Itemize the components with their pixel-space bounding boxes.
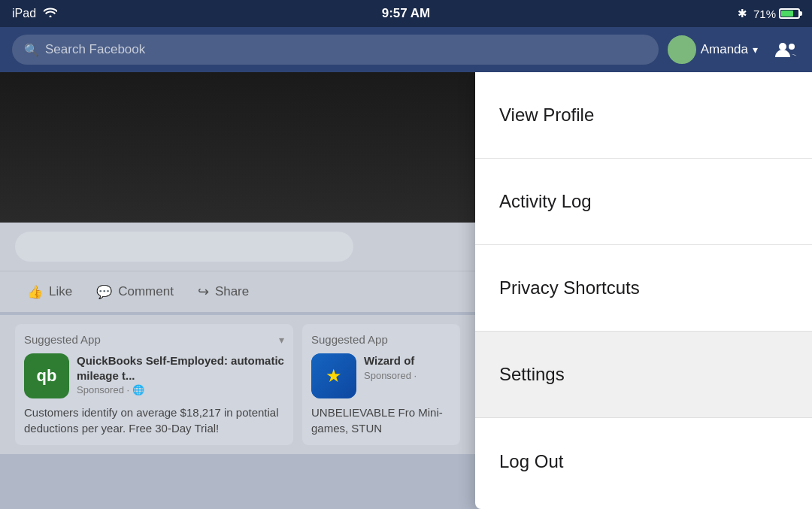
log-out-label: Log Out: [499, 451, 563, 472]
app-description-wizard: UNBELIEVABLE Fro Mini-games, STUN: [311, 404, 451, 436]
wifi-icon: [44, 7, 57, 20]
app-name-wizard: Wizard of: [364, 353, 417, 368]
status-left: iPad: [12, 7, 57, 20]
app-icon-wizard[interactable]: ★: [311, 353, 356, 398]
search-icon: 🔍: [24, 43, 39, 57]
comment-button[interactable]: 💬 Comment: [84, 278, 186, 306]
app-text-qb: QuickBooks Self-Employed: automatic mile…: [77, 353, 284, 395]
menu-item-privacy-shortcuts[interactable]: Privacy Shortcuts: [475, 245, 812, 332]
device-label: iPad: [12, 7, 36, 20]
menu-item-log-out[interactable]: Log Out: [475, 418, 812, 504]
activity-log-label: Activity Log: [499, 191, 592, 212]
status-bar: iPad 9:57 AM ✱ 71%: [0, 0, 812, 27]
search-placeholder-text: Search Facebook: [45, 42, 145, 57]
menu-item-settings[interactable]: Settings: [475, 332, 812, 418]
share-label: Share: [215, 284, 249, 299]
action-bar: 👍 Like 💬 Comment ↪ Share: [0, 271, 475, 312]
dropdown-menu: View Profile Activity Log Privacy Shortc…: [475, 72, 812, 509]
app-info-row-qb: qb QuickBooks Self-Employed: automatic m…: [24, 353, 284, 398]
suggested-label-row-wizard: Suggested App: [311, 333, 451, 346]
wizard-logo: ★: [311, 353, 356, 398]
suggested-label-qb: Suggested App: [24, 333, 101, 346]
settings-label: Settings: [499, 364, 565, 385]
suggested-chevron-qb: ▾: [279, 334, 284, 346]
status-right: ✱ 71%: [738, 7, 800, 20]
battery-bar: [779, 8, 800, 19]
share-icon: ↪: [198, 283, 209, 300]
suggested-card-wizard: Suggested App ★ Wizard of Sponsored · UN…: [302, 324, 460, 445]
menu-item-view-profile[interactable]: View Profile: [475, 72, 812, 159]
search-box[interactable]: 🔍 Search Facebook: [12, 35, 659, 65]
user-menu-button[interactable]: Amanda ▾: [668, 35, 758, 64]
bluetooth-icon: ✱: [738, 7, 747, 20]
chevron-down-icon: ▾: [753, 44, 758, 56]
app-text-wizard: Wizard of Sponsored ·: [364, 353, 417, 381]
privacy-shortcuts-label: Privacy Shortcuts: [499, 277, 640, 298]
post-image: [0, 72, 475, 223]
comment-icon: 💬: [96, 284, 112, 300]
suggested-card-qb: Suggested App ▾ qb QuickBooks Self-Emplo…: [15, 324, 293, 445]
comment-input-box[interactable]: [15, 232, 353, 262]
like-label: Like: [49, 284, 72, 299]
battery-fill: [781, 11, 793, 17]
comment-input-area: [0, 223, 475, 271]
user-name: Amanda: [701, 42, 748, 57]
like-button[interactable]: 👍 Like: [15, 278, 84, 306]
status-time: 9:57 AM: [382, 6, 431, 21]
app-info-row-wizard: ★ Wizard of Sponsored ·: [311, 353, 451, 398]
feed-area: 👍 Like 💬 Comment ↪ Share Suggested App ▾: [0, 72, 475, 509]
app-description-qb: Customers identify on average $18,217 in…: [24, 404, 284, 436]
main-content: 👍 Like 💬 Comment ↪ Share Suggested App ▾: [0, 72, 812, 509]
app-name-qb: QuickBooks Self-Employed: automatic mile…: [77, 353, 284, 383]
app-icon-qb[interactable]: qb: [24, 353, 69, 398]
battery-percent: 71%: [753, 8, 776, 20]
friends-icon[interactable]: [773, 36, 800, 63]
avatar: [668, 35, 696, 64]
view-profile-label: View Profile: [499, 105, 594, 126]
suggested-apps-row: Suggested App ▾ qb QuickBooks Self-Emplo…: [0, 315, 475, 454]
battery-indicator: 71%: [753, 8, 800, 20]
svg-point-1: [789, 44, 795, 50]
comment-label: Comment: [118, 284, 174, 299]
nav-bar: 🔍 Search Facebook Amanda ▾: [0, 27, 812, 72]
menu-item-activity-log[interactable]: Activity Log: [475, 159, 812, 245]
suggested-label-wizard: Suggested App: [311, 333, 388, 346]
qb-logo: qb: [29, 358, 65, 394]
suggested-label-row-qb: Suggested App ▾: [24, 333, 284, 346]
svg-point-0: [779, 43, 786, 50]
app-sponsored-qb: Sponsored · 🌐: [77, 384, 284, 395]
app-sponsored-wizard: Sponsored ·: [364, 370, 417, 381]
share-button[interactable]: ↪ Share: [186, 277, 261, 306]
like-icon: 👍: [27, 284, 43, 300]
